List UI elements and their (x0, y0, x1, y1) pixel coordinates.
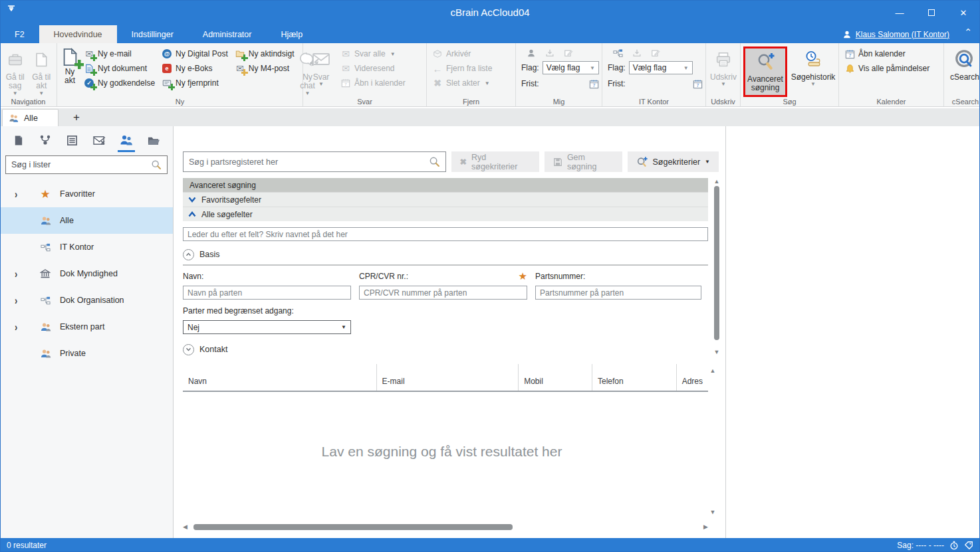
tab-administrator[interactable]: Administrator (188, 25, 267, 43)
sogekriterier-button[interactable]: Søgekriterier ▼ (628, 151, 719, 172)
fjern-fra-liste-button[interactable]: ← Fjern fra liste (429, 61, 513, 76)
scroll-up-arrow[interactable]: ▲ (713, 178, 721, 185)
cpr-cvr-field-input[interactable] (359, 286, 527, 300)
ny-m4-post-button[interactable]: ✉ Ny M4-post (232, 61, 297, 76)
new-tab-button[interactable]: + (64, 108, 89, 126)
itkontor-flag-select[interactable]: Vælg flag ▼ (629, 61, 693, 74)
expand-section-icon[interactable] (183, 344, 194, 355)
tab-alle[interactable]: Alle (2, 109, 59, 126)
ny-aktindsigt-button[interactable]: Ny aktindsigt (232, 46, 297, 61)
goto-sag-button[interactable]: Gå til sag ▼ (3, 46, 28, 97)
csearch-button[interactable]: cSearch (947, 46, 980, 82)
ryd-sogekriterier-button[interactable]: ✖ Ryd søgekriterier (451, 151, 539, 172)
ny-digital-post-button[interactable]: @ Ny Digital Post (159, 46, 231, 61)
download-icon[interactable] (545, 48, 554, 58)
minimize-button[interactable]: — (892, 8, 907, 18)
edit-icon[interactable] (651, 48, 660, 58)
mail-view-icon[interactable] (90, 132, 108, 149)
panel-scrollbar[interactable]: ▲ ▼ (713, 178, 721, 355)
process-view-icon[interactable] (37, 132, 54, 149)
favorites-fields-row[interactable]: Favoritsøgefelter (183, 192, 708, 207)
svar-alle-button[interactable]: ✉ Svar alle ▼ (338, 46, 408, 61)
expand-chevron-icon[interactable]: › (15, 294, 24, 307)
tree-item-dok-myndighed[interactable]: › Dok Myndighed (0, 260, 173, 287)
folders-view-icon[interactable] (145, 132, 162, 149)
scrollbar-thumb[interactable] (714, 186, 719, 340)
scroll-down-arrow[interactable]: ▼ (713, 349, 721, 355)
aabn-kalender-button[interactable]: 7 Åbn kalender (842, 46, 941, 61)
navn-field-input[interactable] (183, 286, 351, 300)
tab-indstillinger[interactable]: Indstillinger (117, 25, 188, 43)
videresend-button[interactable]: ✉ Videresend (338, 61, 408, 76)
expand-chevron-icon[interactable]: › (15, 321, 24, 333)
scroll-right-arrow[interactable]: ▶ (699, 523, 708, 530)
ny-fjernprint-button[interactable]: Ny fjernprint (159, 76, 231, 90)
mig-flag-select[interactable]: Vælg flag ▼ (543, 61, 599, 74)
table-scroll-down-arrow[interactable]: ▼ (709, 509, 717, 515)
person-icon[interactable] (527, 48, 536, 58)
goto-akt-button[interactable]: Gå til akt ▼ (29, 46, 55, 97)
tab-hjaelp[interactable]: Hjælp (266, 25, 317, 43)
party-search-box[interactable] (183, 151, 446, 172)
ny-godkendelse-button[interactable]: ✓ Ny godkendelse (81, 76, 158, 90)
collapse-section-icon[interactable] (183, 249, 194, 260)
tree-item-private[interactable]: › Private (0, 340, 173, 367)
field-finder-input[interactable] (187, 230, 703, 239)
stopwatch-icon[interactable] (949, 541, 959, 550)
download-icon[interactable] (632, 48, 642, 58)
tag-icon[interactable] (964, 541, 973, 550)
ny-akt-button[interactable]: Ny akt (60, 46, 80, 97)
sogehistorik-button[interactable]: Søgehistorik ▼ (791, 46, 836, 97)
tab-hovedvindue[interactable]: Hovedvindue (39, 25, 117, 43)
tab-f2[interactable]: F2 (0, 25, 39, 43)
nyt-dokument-button[interactable]: Nyt dokument (81, 61, 158, 76)
slet-akter-button[interactable]: ✖ Slet akter ▼ (429, 76, 513, 90)
parties-view-icon[interactable] (118, 132, 135, 149)
scrollbar-thumb[interactable] (193, 524, 513, 530)
table-scroll-up-arrow[interactable]: ▲ (709, 367, 717, 374)
basis-section-header[interactable]: Basis (183, 247, 708, 262)
svar-button[interactable]: Svar ▼ (306, 46, 336, 90)
udskriv-button[interactable]: Udskriv ▼ (709, 46, 738, 88)
edit-icon[interactable] (564, 48, 573, 58)
lists-view-icon[interactable] (64, 132, 81, 149)
avanceret-sogning-button[interactable]: Avanceret søgning (745, 48, 785, 95)
ny-email-button[interactable]: ✉ Ny e-mail (81, 46, 158, 61)
scroll-left-arrow[interactable]: ◀ (183, 523, 192, 530)
frist-calendar-icon[interactable]: 7 (589, 79, 599, 89)
column-header-email[interactable]: E-mail (377, 364, 519, 391)
close-button[interactable]: ✕ (956, 8, 971, 18)
column-header-adresse[interactable]: Adres (677, 364, 708, 391)
expand-chevron-icon[interactable]: › (15, 268, 24, 280)
collapse-ribbon-icon[interactable]: ⌃ (964, 27, 972, 37)
aabn-i-kalender-button[interactable]: 7 Åbn i kalender (338, 76, 408, 90)
frist-calendar-icon[interactable]: 7 (693, 79, 703, 89)
tree-item-ekstern-part[interactable]: › Ekstern part (0, 314, 173, 340)
sidebar-search-box[interactable] (5, 155, 168, 174)
current-user-link[interactable]: Klaus Salomon (IT Kontor) (856, 30, 949, 39)
expand-chevron-icon[interactable]: › (15, 188, 24, 201)
horizontal-scrollbar[interactable]: ◀ ▶ (183, 522, 708, 531)
sidebar-search-input[interactable] (11, 160, 151, 169)
column-header-mobil[interactable]: Mobil (519, 364, 592, 391)
tree-item-favoritter[interactable]: › ★ Favoritter (0, 181, 173, 207)
tree-item-dok-organisation[interactable]: › Dok Organisation (0, 287, 173, 314)
field-finder-box[interactable] (183, 227, 708, 241)
column-header-telefon[interactable]: Telefon (592, 364, 677, 391)
tree-item-alle[interactable]: › Alle (0, 207, 173, 234)
maximize-button[interactable] (924, 8, 939, 18)
column-header-navn[interactable]: Navn (183, 364, 377, 391)
ny-eboks-button[interactable]: e Ny e-Boks (159, 61, 231, 76)
tree-item-it-kontor[interactable]: › IT Kontor (0, 234, 173, 260)
partsnummer-field-input[interactable] (535, 286, 701, 300)
documents-view-icon[interactable] (9, 132, 27, 149)
all-fields-row[interactable]: Alle søgefelter (183, 207, 708, 221)
party-search-input[interactable] (189, 157, 429, 167)
vis-paamindelser-button[interactable]: Vis alle påmindelser (842, 61, 941, 76)
favorite-star-icon[interactable]: ★ (519, 270, 527, 282)
orgchart-icon[interactable] (613, 48, 623, 58)
arkiver-button[interactable]: Arkivér (429, 46, 513, 61)
restricted-access-select[interactable]: Nej ▼ (183, 320, 351, 334)
gem-sogning-button[interactable]: Gem søgning (545, 151, 622, 172)
kontakt-section-header[interactable]: Kontakt (183, 342, 708, 357)
